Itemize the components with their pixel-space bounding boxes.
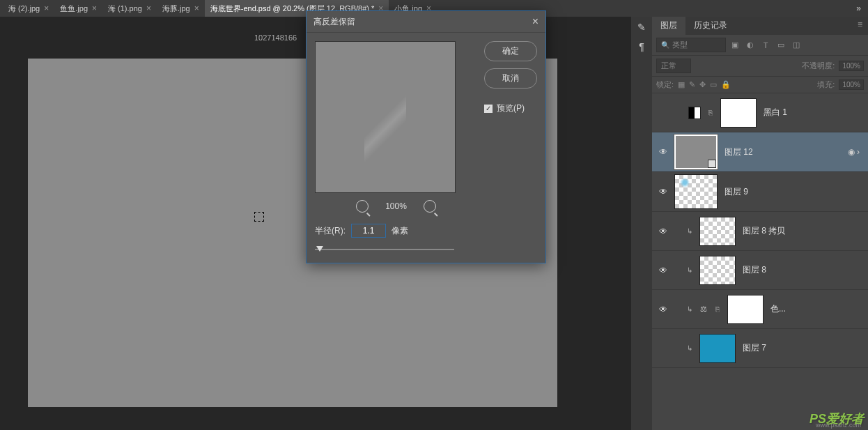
opacity-value[interactable]: 100% <box>839 61 864 71</box>
layer-row-selected[interactable]: 👁 图层 12 ◉ › <box>652 132 868 172</box>
layer-name[interactable]: 色... <box>770 303 864 315</box>
blend-mode-select[interactable]: 正常 <box>656 59 691 73</box>
layer-row[interactable]: 👁 图层 9 <box>652 172 868 212</box>
zoom-level: 100% <box>385 201 407 211</box>
filter-smart-icon[interactable]: ◫ <box>791 40 801 50</box>
radius-slider[interactable] <box>315 245 454 254</box>
cancel-button[interactable]: 取消 <box>484 68 537 89</box>
layer-row[interactable]: 👁 ↳ ⚖ ⎘ 色... <box>652 290 868 329</box>
layer-thumbnail[interactable] <box>674 135 718 169</box>
tab-3[interactable]: 海豚.jpg× <box>157 0 205 17</box>
canvas-label: 1027148166 <box>254 33 297 42</box>
zoom-out-icon[interactable] <box>356 200 369 213</box>
visibility-icon[interactable]: 👁 <box>656 266 670 275</box>
layer-row[interactable]: 👁 ↳ 图层 8 <box>652 251 868 290</box>
layer-name[interactable]: 黑白 1 <box>764 107 864 118</box>
tab-2[interactable]: 海 (1).png× <box>102 0 157 17</box>
layer-name[interactable]: 图层 12 <box>724 146 848 158</box>
panel-dock: ✎ ¶ <box>631 17 652 430</box>
filter-adjust-icon[interactable]: ◐ <box>745 40 755 50</box>
slider-thumb[interactable] <box>316 246 323 252</box>
fill-label: 填充: <box>817 79 835 90</box>
link-icon: ⎘ <box>705 109 716 116</box>
lock-all-icon[interactable]: 🔒 <box>721 80 731 89</box>
close-icon[interactable]: × <box>194 3 199 13</box>
clip-icon: ↳ <box>684 227 695 235</box>
layer-thumbnail[interactable] <box>699 256 736 285</box>
layer-row[interactable]: ↳ 图层 7 <box>652 329 868 368</box>
radius-label: 半径(R): <box>315 225 346 237</box>
watermark-url: www.psahz.com <box>816 422 861 429</box>
preview-checkbox[interactable]: ✓ <box>484 105 493 113</box>
tab-layers[interactable]: 图层 <box>652 17 685 35</box>
layer-name[interactable]: 图层 8 <box>743 264 864 276</box>
layer-filter-type[interactable]: 类型 <box>656 38 726 52</box>
link-icon: ⎘ <box>712 305 723 313</box>
clip-icon: ↳ <box>684 344 695 352</box>
visibility-icon[interactable]: 👁 <box>656 305 670 314</box>
opacity-label: 不透明度: <box>802 61 835 71</box>
paragraph-icon[interactable]: ¶ <box>635 40 648 53</box>
tab-0[interactable]: 海 (2).jpg× <box>3 0 54 17</box>
layer-name[interactable]: 图层 9 <box>724 186 864 198</box>
zoom-in-icon[interactable] <box>424 200 436 213</box>
filter-preview[interactable] <box>315 41 456 193</box>
layer-thumbnail[interactable] <box>699 334 736 363</box>
mask-thumbnail[interactable] <box>727 295 764 324</box>
filter-shape-icon[interactable]: ▭ <box>776 40 786 50</box>
radius-unit: 像素 <box>392 225 408 237</box>
lock-pixels-icon[interactable]: ▦ <box>678 80 685 89</box>
panel-menu-icon[interactable]: ≡ <box>852 17 868 35</box>
layer-name[interactable]: 图层 8 拷贝 <box>743 225 864 237</box>
adjustment-icon <box>688 107 701 119</box>
layer-row[interactable]: 👁 ↳ 图层 8 拷贝 <box>652 212 868 251</box>
layer-thumbnail[interactable] <box>699 217 736 246</box>
layer-row[interactable]: ⎘ 黑白 1 <box>652 93 868 132</box>
brush-icon[interactable]: ✎ <box>635 21 648 33</box>
preview-label: 预览(P) <box>497 102 525 114</box>
selection-marquee <box>254 212 264 222</box>
mask-thumbnail[interactable] <box>720 98 757 128</box>
tabs-overflow-icon[interactable]: » <box>849 3 868 13</box>
high-pass-dialog: 高反差保留 × 100% 半径(R): 像素 确定 取消 ✓ <box>306 10 546 263</box>
visibility-icon[interactable]: 👁 <box>656 147 670 157</box>
clip-icon: ↳ <box>684 266 695 274</box>
ok-button[interactable]: 确定 <box>484 41 537 61</box>
dialog-title: 高反差保留 <box>313 16 355 28</box>
tab-history[interactable]: 历史记录 <box>685 17 736 35</box>
fill-value[interactable]: 100% <box>839 79 864 90</box>
layer-thumbnail[interactable] <box>674 174 718 209</box>
radius-input[interactable] <box>351 224 386 238</box>
layer-list: ⎘ 黑白 1 👁 图层 12 ◉ › 👁 图层 9 👁 <box>652 93 868 430</box>
close-icon[interactable]: × <box>44 3 49 13</box>
smart-filter-icon[interactable]: ◉ › <box>848 147 860 157</box>
visibility-icon[interactable]: 👁 <box>656 187 670 197</box>
close-icon[interactable]: × <box>532 15 538 28</box>
lock-brush-icon[interactable]: ✎ <box>689 80 695 89</box>
clip-icon: ↳ <box>684 305 695 313</box>
visibility-icon[interactable]: 👁 <box>656 226 670 236</box>
close-icon[interactable]: × <box>146 3 151 13</box>
close-icon[interactable]: × <box>92 3 97 13</box>
filter-text-icon[interactable]: T <box>761 40 770 50</box>
lock-position-icon[interactable]: ✥ <box>699 80 706 89</box>
lock-artboard-icon[interactable]: ▭ <box>710 80 717 89</box>
tab-1[interactable]: 鱼鱼.jpg× <box>54 0 102 17</box>
lock-label: 锁定: <box>656 79 674 90</box>
layers-panel: 图层 历史记录 ≡ 类型 ▣ ◐ T ▭ ◫ 正常 不透明度: 100% <box>652 17 868 430</box>
filter-image-icon[interactable]: ▣ <box>730 40 740 50</box>
balance-icon: ⚖ <box>698 304 709 315</box>
layer-name[interactable]: 图层 7 <box>743 342 864 354</box>
